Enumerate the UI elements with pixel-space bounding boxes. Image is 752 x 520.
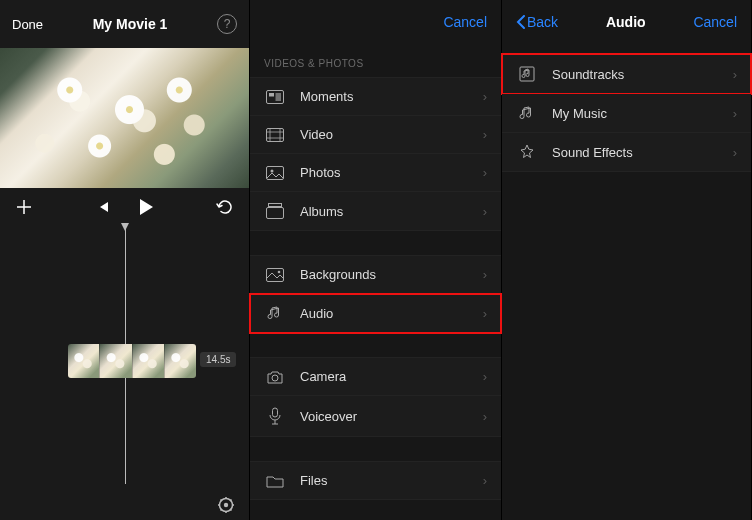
row-voiceover[interactable]: Voiceover › <box>250 396 501 437</box>
svg-rect-3 <box>269 93 274 97</box>
my-music-icon <box>516 105 538 121</box>
timeline[interactable]: 14.5s <box>0 224 249 520</box>
row-my-music[interactable]: My Music › <box>502 94 751 133</box>
cancel-button[interactable]: Cancel <box>693 14 737 30</box>
row-label: Photos <box>300 165 469 180</box>
camera-icon <box>264 370 286 384</box>
chevron-right-icon: › <box>483 473 487 488</box>
row-label: Albums <box>300 204 469 219</box>
chevron-right-icon: › <box>483 369 487 384</box>
playback-controls <box>0 188 249 224</box>
chevron-right-icon: › <box>483 306 487 321</box>
row-label: Moments <box>300 89 469 104</box>
row-label: Video <box>300 127 469 142</box>
undo-icon <box>216 199 234 215</box>
audio-panel: Back Audio Cancel Soundtracks › My Music… <box>502 0 752 520</box>
soundtracks-icon <box>516 66 538 82</box>
backgrounds-icon <box>264 268 286 282</box>
skip-start-icon <box>96 200 110 214</box>
svg-point-11 <box>278 270 281 273</box>
gear-icon <box>216 495 236 515</box>
section-videos-photos: VIDEOS & PHOTOS <box>250 44 501 77</box>
audio-title: Audio <box>606 14 646 30</box>
audio-header: Back Audio Cancel <box>502 0 751 44</box>
picker-list-group2: Backgrounds › Audio › <box>250 255 501 333</box>
row-label: My Music <box>552 106 719 121</box>
voiceover-icon <box>264 407 286 425</box>
row-label: Audio <box>300 306 469 321</box>
svg-rect-6 <box>267 166 284 179</box>
row-video[interactable]: Video › <box>250 116 501 154</box>
chevron-right-icon: › <box>483 165 487 180</box>
back-label: Back <box>527 14 558 30</box>
chevron-right-icon: › <box>483 204 487 219</box>
picker-list-group3: Camera › Voiceover › <box>250 357 501 437</box>
row-photos[interactable]: Photos › <box>250 154 501 192</box>
photos-icon <box>264 166 286 180</box>
video-clip[interactable] <box>68 344 196 378</box>
svg-rect-5 <box>267 128 284 141</box>
svg-rect-8 <box>269 204 282 207</box>
row-audio[interactable]: Audio › <box>250 294 501 333</box>
back-button[interactable]: Back <box>516 14 558 30</box>
done-button[interactable]: Done <box>12 17 43 32</box>
skip-start-button[interactable] <box>96 200 110 214</box>
svg-rect-4 <box>276 93 282 101</box>
row-label: Camera <box>300 369 469 384</box>
row-label: Soundtracks <box>552 67 719 82</box>
row-files[interactable]: Files › <box>250 461 501 500</box>
row-albums[interactable]: Albums › <box>250 192 501 231</box>
chevron-left-icon <box>516 15 525 29</box>
row-backgrounds[interactable]: Backgrounds › <box>250 255 501 294</box>
picker-list-group4: Files › <box>250 461 501 500</box>
svg-point-12 <box>272 375 278 381</box>
svg-point-1 <box>224 503 228 507</box>
picker-header: Cancel <box>250 0 501 44</box>
albums-icon <box>264 203 286 219</box>
undo-button[interactable] <box>216 199 234 215</box>
files-icon <box>264 474 286 488</box>
chevron-right-icon: › <box>483 89 487 104</box>
moments-icon <box>264 90 286 104</box>
project-title: My Movie 1 <box>93 16 168 32</box>
audio-icon <box>264 305 286 321</box>
clip-duration-label: 14.5s <box>200 352 236 367</box>
row-label: Sound Effects <box>552 145 719 160</box>
cancel-button[interactable]: Cancel <box>443 14 487 30</box>
row-label: Voiceover <box>300 409 469 424</box>
svg-point-7 <box>271 169 274 172</box>
row-label: Files <box>300 473 469 488</box>
video-icon <box>264 128 286 142</box>
sound-effects-icon <box>516 144 538 160</box>
svg-rect-13 <box>273 408 278 417</box>
chevron-right-icon: › <box>733 145 737 160</box>
row-moments[interactable]: Moments › <box>250 77 501 116</box>
editor-panel: Done My Movie 1 ? <box>0 0 250 520</box>
chevron-right-icon: › <box>733 67 737 82</box>
plus-icon <box>16 199 32 215</box>
help-button[interactable]: ? <box>217 14 237 34</box>
media-picker-panel: Cancel VIDEOS & PHOTOS Moments › Video ›… <box>250 0 502 520</box>
row-camera[interactable]: Camera › <box>250 357 501 396</box>
topbar: Done My Movie 1 ? <box>0 0 249 48</box>
svg-rect-10 <box>267 268 284 281</box>
svg-rect-9 <box>267 208 284 219</box>
audio-list: Soundtracks › My Music › Sound Effects › <box>502 54 751 172</box>
add-media-button[interactable] <box>16 199 32 215</box>
row-sound-effects[interactable]: Sound Effects › <box>502 133 751 172</box>
row-label: Backgrounds <box>300 267 469 282</box>
chevron-right-icon: › <box>483 127 487 142</box>
row-soundtracks[interactable]: Soundtracks › <box>502 54 751 94</box>
play-icon <box>138 198 154 216</box>
chevron-right-icon: › <box>483 409 487 424</box>
picker-list-group1: Moments › Video › Photos › Albums › <box>250 77 501 231</box>
settings-button[interactable] <box>215 494 237 516</box>
video-preview[interactable] <box>0 48 249 188</box>
chevron-right-icon: › <box>483 267 487 282</box>
play-button[interactable] <box>138 198 154 216</box>
chevron-right-icon: › <box>733 106 737 121</box>
